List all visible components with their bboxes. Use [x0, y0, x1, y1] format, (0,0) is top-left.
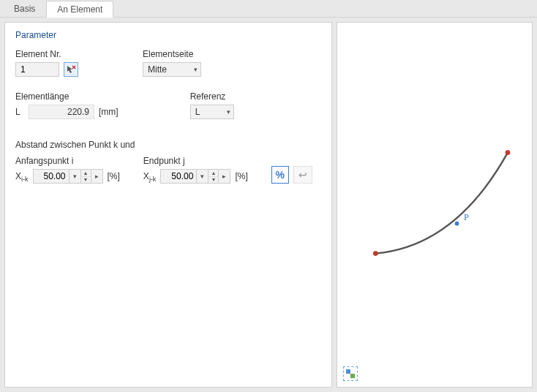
end-spinner[interactable]: ▲ ▼	[209, 169, 219, 184]
anfang-spinner[interactable]: ▲ ▼	[81, 169, 91, 184]
chevron-down-icon: ▾	[227, 108, 230, 116]
main-panels: Parameter Element Nr. Elemen	[0, 18, 537, 392]
preview-panel: P	[337, 22, 533, 388]
point-p-label: P	[464, 212, 469, 222]
elementlaenge-label: Elementlänge	[15, 91, 119, 102]
end-unit: [%]	[235, 171, 247, 181]
element-nr-label: Element Nr.	[15, 49, 78, 59]
pick-element-button[interactable]	[64, 62, 78, 77]
elementseite-value: Mitte	[148, 64, 167, 75]
revert-button[interactable]: ↩	[293, 166, 312, 184]
elementseite-select[interactable]: Mitte ▾	[143, 62, 201, 77]
chevron-down-icon: ▾	[194, 66, 198, 73]
elementlaenge-sym: L	[15, 107, 24, 117]
spin-up-icon[interactable]: ▲	[209, 170, 219, 177]
spin-down-icon[interactable]: ▼	[209, 177, 219, 184]
spin-down-icon[interactable]: ▼	[81, 177, 91, 184]
percent-toggle-button[interactable]: %	[271, 166, 289, 184]
tab-an-element[interactable]: An Element	[46, 1, 113, 18]
anfang-label: Anfangspunkt i	[15, 156, 120, 166]
anfang-dropdown[interactable]: ▾	[70, 169, 81, 184]
parameter-panel: Parameter Element Nr. Elemen	[4, 22, 332, 388]
spin-up-icon[interactable]: ▲	[81, 170, 91, 177]
end-dropdown[interactable]: ▾	[197, 169, 209, 184]
end-label: Endpunkt j	[143, 156, 248, 166]
curve-path	[375, 153, 508, 254]
referenz-value: L	[195, 107, 200, 117]
anfang-unit: [%]	[108, 171, 120, 181]
elementlaenge-unit: [mm]	[99, 107, 119, 117]
element-nr-input[interactable]	[15, 62, 59, 77]
end-input[interactable]	[160, 169, 197, 184]
pick-element-icon	[66, 64, 76, 75]
endpoint-i-icon	[373, 251, 378, 256]
anfang-step-button[interactable]: ▸	[91, 169, 103, 184]
anfang-sym: Xi-k	[15, 171, 29, 181]
elementseite-label: Elementseite	[143, 49, 201, 59]
preview-tool-icon	[345, 369, 356, 379]
tab-basis[interactable]: Basis	[3, 0, 46, 17]
tabbar: Basis An Element	[0, 0, 537, 18]
curve-preview: P	[337, 23, 532, 387]
abstand-title: Abstand zwischen Punkt k und	[15, 140, 321, 150]
point-p-icon	[454, 222, 459, 226]
parameter-title: Parameter	[15, 30, 321, 40]
elementlaenge-value	[29, 105, 94, 119]
end-step-button[interactable]: ▸	[219, 169, 230, 184]
anfang-input[interactable]	[33, 169, 70, 184]
preview-tool-button[interactable]	[343, 366, 358, 381]
referenz-select[interactable]: L ▾	[190, 105, 234, 119]
end-sym: Xj-k	[143, 171, 157, 181]
referenz-label: Referenz	[190, 91, 234, 102]
endpoint-j-icon	[505, 150, 510, 155]
